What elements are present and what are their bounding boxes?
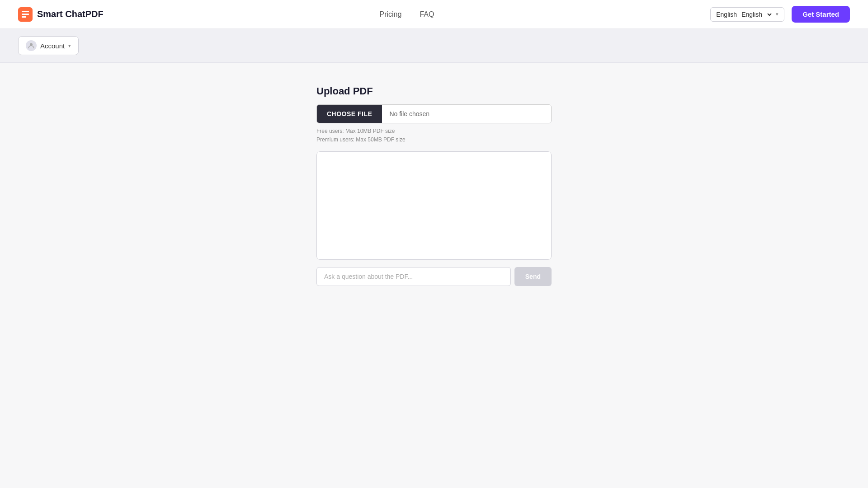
svg-rect-2 (22, 14, 29, 15)
language-selector[interactable]: English English Español Français Deutsch… (710, 7, 784, 22)
file-limits: Free users: Max 10MB PDF size Premium us… (316, 127, 552, 144)
choose-file-button[interactable]: CHOOSE FILE (317, 105, 382, 123)
chat-area (316, 151, 552, 260)
language-label: English (716, 11, 737, 18)
svg-rect-1 (22, 11, 29, 12)
get-started-button[interactable]: Get Started (792, 6, 850, 23)
svg-rect-3 (22, 16, 26, 18)
chevron-down-icon: ▾ (776, 11, 778, 17)
send-button[interactable]: Send (514, 267, 552, 286)
subheader: Account ▾ (0, 29, 868, 63)
header-right: English English Español Français Deutsch… (710, 6, 850, 23)
question-row: Send (316, 267, 552, 286)
file-input-row: CHOOSE FILE No file chosen (316, 104, 552, 123)
main-content: Upload PDF CHOOSE FILE No file chosen Fr… (0, 63, 868, 309)
chevron-icon: ▾ (68, 43, 71, 49)
account-avatar-icon (26, 40, 37, 51)
account-dropdown[interactable]: Account ▾ (18, 36, 79, 55)
nav-faq[interactable]: FAQ (420, 10, 434, 19)
file-name-display: No file chosen (382, 105, 551, 123)
brand-area: Smart ChatPDF (18, 7, 104, 22)
logo-icon (18, 7, 33, 22)
upload-title: Upload PDF (316, 85, 552, 97)
language-dropdown[interactable]: English Español Français Deutsch 中文 日本語 (740, 10, 773, 19)
free-limit-text: Free users: Max 10MB PDF size (316, 127, 552, 136)
nav-pricing[interactable]: Pricing (380, 10, 402, 19)
account-label: Account (40, 42, 65, 50)
main-nav: Pricing FAQ (380, 10, 434, 19)
premium-limit-text: Premium users: Max 50MB PDF size (316, 136, 552, 144)
question-input[interactable] (316, 267, 511, 286)
brand-name: Smart ChatPDF (37, 9, 104, 19)
upload-section: Upload PDF CHOOSE FILE No file chosen Fr… (316, 85, 552, 286)
header: Smart ChatPDF Pricing FAQ English Englis… (0, 0, 868, 29)
